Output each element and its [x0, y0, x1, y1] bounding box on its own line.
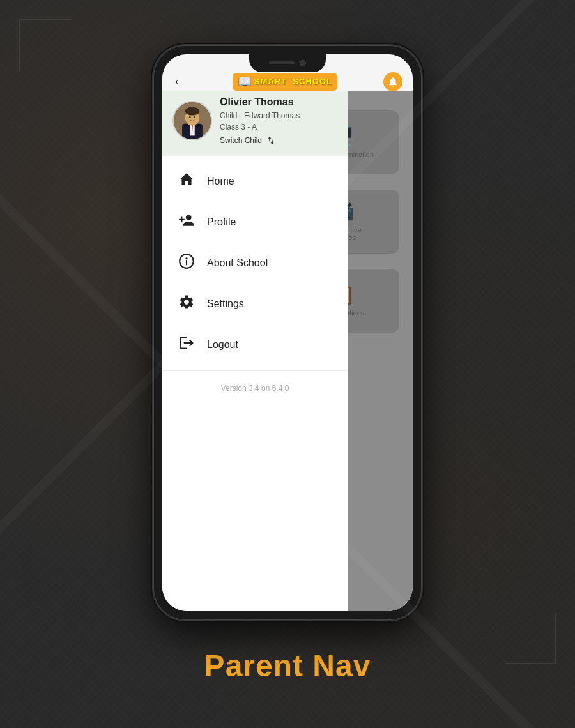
corner-decoration-br	[505, 613, 556, 664]
nav-logout-label: Logout	[207, 339, 238, 351]
camera	[300, 60, 306, 66]
corner-decoration-tl	[19, 19, 70, 70]
home-icon	[178, 171, 195, 192]
switch-icon	[266, 135, 276, 146]
back-button[interactable]: ←	[172, 73, 187, 90]
switch-child-label: Switch Child	[220, 136, 262, 145]
bell-icon	[387, 76, 399, 87]
nav-item-profile[interactable]: Profile	[162, 202, 348, 243]
avatar-image	[174, 101, 211, 140]
svg-point-7	[194, 116, 195, 118]
switch-child-button[interactable]: Switch Child	[220, 135, 337, 146]
user-info: Olivier Thomas Child - Edward Thomas Cla…	[220, 96, 337, 146]
nav-item-home[interactable]: Home	[162, 161, 348, 202]
logout-icon	[178, 335, 195, 355]
divider	[162, 370, 348, 371]
avatar	[172, 101, 212, 140]
app-content: ← 📖 SMART SCHOOL	[162, 54, 413, 611]
nav-menu: Home Profile	[162, 156, 348, 611]
page-title-container: Parent Nav	[204, 635, 371, 683]
user-class-label: Class 3 - A	[220, 121, 337, 133]
speaker	[269, 61, 295, 64]
user-profile-section: Olivier Thomas Child - Edward Thomas Cla…	[162, 91, 348, 156]
logo-school: SCHOOL	[293, 77, 332, 86]
svg-point-6	[189, 116, 191, 118]
nav-settings-label: Settings	[207, 298, 244, 310]
main-area: 🖥️ Online Examination 📹 Gmeet LiveClasse…	[162, 91, 413, 611]
nav-profile-label: Profile	[207, 216, 236, 228]
user-name: Olivier Thomas	[220, 96, 337, 108]
profile-icon	[178, 212, 195, 232]
notch	[249, 54, 326, 72]
nav-item-logout[interactable]: Logout	[162, 324, 348, 365]
nav-item-about-school[interactable]: About School	[162, 243, 348, 284]
side-drawer: Olivier Thomas Child - Edward Thomas Cla…	[162, 91, 348, 611]
svg-point-5	[185, 107, 199, 115]
nav-item-settings[interactable]: Settings	[162, 284, 348, 324]
user-child-label: Child - Edward Thomas	[220, 110, 337, 121]
phone-frame: ← 📖 SMART SCHOOL	[153, 45, 422, 620]
version-text: Version 3.4 on 6.4.0	[162, 376, 348, 400]
notification-button[interactable]	[383, 72, 402, 91]
page-title: Parent Nav	[204, 648, 371, 683]
gear-icon	[178, 294, 195, 314]
logo: 📖 SMART SCHOOL	[233, 73, 337, 91]
nav-about-school-label: About School	[207, 257, 268, 269]
logo-smart: SMART	[254, 77, 287, 86]
nav-home-label: Home	[207, 176, 234, 187]
logo-book-icon: 📖	[238, 75, 252, 89]
phone-screen: ← 📖 SMART SCHOOL	[162, 54, 413, 611]
info-icon	[178, 253, 195, 273]
logo-text: SMART SCHOOL	[254, 77, 332, 86]
